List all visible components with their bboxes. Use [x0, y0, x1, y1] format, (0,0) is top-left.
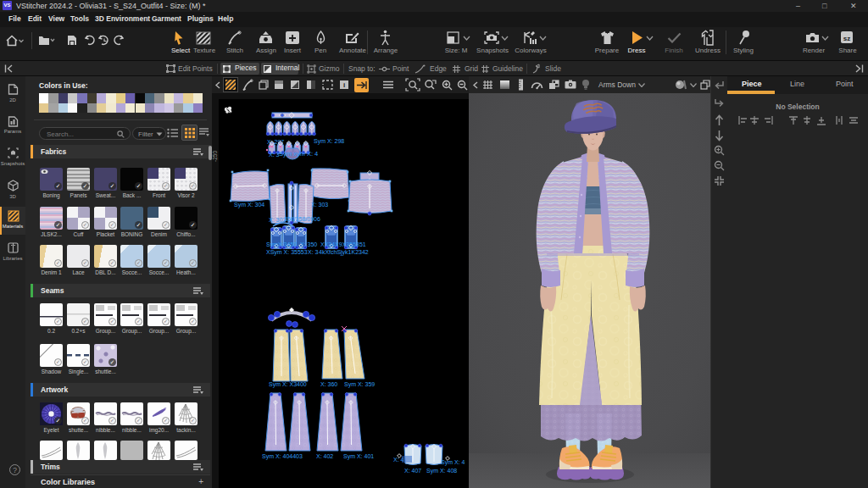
- svg-text:XX34X9X355351: XX34X9X355351: [320, 241, 366, 247]
- svg-text:X: 3: X: 3: [269, 152, 280, 158]
- svg-text:Sym xym X: 4: Sym xym X: 4: [279, 150, 318, 158]
- svg-text:Sym X: 408: Sym X: 408: [426, 468, 457, 474]
- svg-text:SymX:3450: SymX:3450: [266, 241, 297, 248]
- svg-text:350/358/0906: 350/358/0906: [284, 216, 320, 222]
- svg-text:X: 402: X: 402: [316, 453, 333, 459]
- svg-text:Sym X: 359: Sym X: 359: [344, 381, 375, 388]
- svg-text:sz: sz: [843, 35, 850, 42]
- svg-text:4kXfchSjyk1K2342: 4kXfchSjyk1K2342: [319, 249, 369, 256]
- svg-text:i: i: [343, 81, 345, 89]
- svg-text:XSym X: 35553: XSym X: 35553: [266, 249, 308, 256]
- svg-text:Sym X: 298: Sym X: 298: [314, 138, 344, 145]
- svg-text:Sym X: 404403: Sym X: 404403: [262, 453, 303, 460]
- svg-text:X: 3: X: 3: [308, 249, 319, 255]
- svg-text:X: 303: X: 303: [311, 202, 328, 208]
- svg-text:X: 350: X: 350: [300, 241, 317, 247]
- svg-text:Sym X: 304: Sym X: 304: [234, 202, 264, 208]
- svg-text:X: 407: X: 407: [404, 468, 421, 474]
- svg-text:Sym X: X3400: Sym X: X3400: [269, 381, 307, 388]
- svg-text:X: 360: X: 360: [320, 381, 337, 387]
- svg-text:Sym X: 401: Sym X: 401: [343, 453, 374, 460]
- svg-text:Sym X: 4: Sym X: 4: [441, 459, 465, 466]
